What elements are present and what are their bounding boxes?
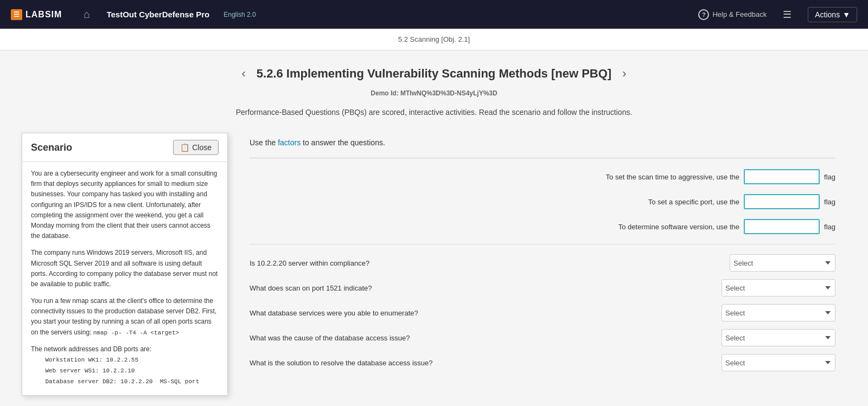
main-content: ‹ 5.2.6 Implementing Vulnerability Scann… xyxy=(0,50,868,406)
q-input-row-2: To set a specific port, use the flag xyxy=(250,194,835,209)
scenario-para-2: The company runs Windows 2019 servers, M… xyxy=(31,248,219,289)
questions-intro-suffix: to answer the questions. xyxy=(303,138,385,147)
header-title: TestOut CyberDefense Pro xyxy=(106,10,209,19)
q-input-field-2[interactable] xyxy=(744,194,820,209)
q-select-label-5: What is the solution to resolve the data… xyxy=(250,359,717,367)
section-title-row: ‹ 5.2.6 Implementing Vulnerability Scann… xyxy=(22,67,846,81)
questions-divider xyxy=(250,158,835,158)
q-input-label-3: To determine software version, use the xyxy=(250,223,739,231)
logo-icon: ☰ xyxy=(11,9,22,20)
header-subtitle: English 2.0 xyxy=(224,11,256,18)
scenario-para-1: You are a cybersecurity engineer and wor… xyxy=(31,169,219,241)
scenario-body[interactable]: You are a cybersecurity engineer and wor… xyxy=(22,162,227,395)
logo-text: LABSIM xyxy=(25,10,62,20)
q-input-label-1: To set the scan time to aggressive, use … xyxy=(250,173,739,181)
help-icon: ? xyxy=(698,9,709,20)
q-input-label-2: To set a specific port, use the xyxy=(250,198,739,206)
q-select-2[interactable]: Select xyxy=(722,279,835,297)
q-select-row-2: What does scan on port 1521 indicate? Se… xyxy=(250,279,835,297)
factors-link[interactable]: factors xyxy=(278,138,301,147)
demo-id-label: Demo Id: xyxy=(371,89,398,97)
q-input-field-1[interactable] xyxy=(744,169,820,184)
help-label: Help & Feedback xyxy=(712,10,767,18)
q-input-field-3[interactable] xyxy=(744,219,820,234)
questions-intro: Use the factors to answer the questions. xyxy=(250,138,835,147)
copy-icon: 📋 xyxy=(180,143,189,152)
actions-chevron-icon: ▼ xyxy=(843,10,850,19)
q-select-1[interactable]: Select Yes No xyxy=(730,254,835,272)
section-title: 5.2.6 Implementing Vulnerability Scannin… xyxy=(257,67,611,81)
q-select-row-4: What was the cause of the database acces… xyxy=(250,329,835,346)
q-flag-1: flag xyxy=(824,173,835,181)
questions-panel: Use the factors to answer the questions.… xyxy=(239,133,846,384)
close-label: Close xyxy=(192,143,212,152)
help-feedback-button[interactable]: ? Help & Feedback xyxy=(698,9,767,20)
scenario-header: Scenario 📋 Close xyxy=(22,133,227,162)
list-icon[interactable]: ☰ xyxy=(777,9,797,21)
scenario-panel: Scenario 📋 Close You are a cybersecurity… xyxy=(22,133,228,396)
q-select-label-4: What was the cause of the database acces… xyxy=(250,334,717,342)
actions-button[interactable]: Actions ▼ xyxy=(808,7,857,22)
logo-area: ☰ LABSIM xyxy=(11,9,62,20)
next-section-button[interactable]: › xyxy=(622,67,626,81)
breadcrumb-text: 5.2 Scanning [Obj. 2.1] xyxy=(398,35,470,43)
close-scenario-button[interactable]: 📋 Close xyxy=(173,140,219,155)
scenario-title: Scenario xyxy=(31,142,72,153)
q-input-row-1: To set the scan time to aggressive, use … xyxy=(250,169,835,184)
q-select-3[interactable]: Select xyxy=(722,304,835,321)
q-select-row-1: Is 10.2.2.20 server within compliance? S… xyxy=(250,254,835,272)
q-select-row-3: What database services were you able to … xyxy=(250,304,835,321)
q-select-5[interactable]: Select xyxy=(722,354,835,371)
scenario-para-4: The network addresses and DB ports are: … xyxy=(31,344,219,386)
q-input-row-3: To determine software version, use the f… xyxy=(250,219,835,234)
demo-id-row: Demo Id: MTIwNQ%3D%3D-NS4yLjY%3D xyxy=(22,89,846,97)
actions-label: Actions xyxy=(815,10,840,19)
instructions-text: Performance-Based Questions (PBQs) are s… xyxy=(22,108,846,117)
scenario-para-3: You run a few nmap scans at the client's… xyxy=(31,296,219,338)
questions-intro-text: Use the xyxy=(250,138,276,147)
demo-id-value: MTIwNQ%3D%3D-NS4yLjY%3D xyxy=(400,89,497,97)
q-select-4[interactable]: Select xyxy=(722,329,835,346)
q-select-label-1: Is 10.2.2.20 server within compliance? xyxy=(250,259,725,267)
content-area: Scenario 📋 Close You are a cybersecurity… xyxy=(22,133,846,396)
breadcrumb: 5.2 Scanning [Obj. 2.1] xyxy=(0,29,868,50)
q-select-label-2: What does scan on port 1521 indicate? xyxy=(250,284,717,292)
q-select-row-5: What is the solution to resolve the data… xyxy=(250,354,835,371)
section-sep xyxy=(250,244,835,244)
q-flag-3: flag xyxy=(824,223,835,231)
q-flag-2: flag xyxy=(824,198,835,206)
app-header: ☰ LABSIM ⌂ TestOut CyberDefense Pro Engl… xyxy=(0,0,868,29)
prev-section-button[interactable]: ‹ xyxy=(241,67,245,81)
q-select-label-3: What database services were you able to … xyxy=(250,309,717,317)
home-icon[interactable]: ⌂ xyxy=(78,8,95,21)
